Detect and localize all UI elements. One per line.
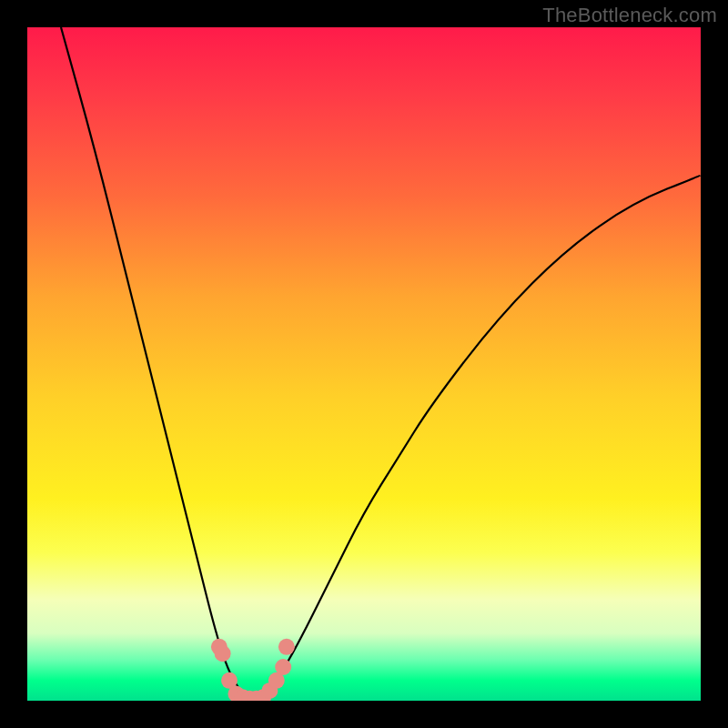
- plot-area: [27, 27, 701, 701]
- bottleneck-curve-path: [61, 27, 701, 699]
- watermark-text: TheBottleneck.com: [542, 4, 717, 27]
- bottleneck-curve-svg: [27, 27, 701, 701]
- highlight-dot: [215, 645, 231, 662]
- highlight-dots-group: [211, 639, 295, 701]
- chart-frame: TheBottleneck.com: [0, 0, 728, 728]
- highlight-dot: [278, 639, 295, 655]
- highlight-dot: [275, 659, 291, 675]
